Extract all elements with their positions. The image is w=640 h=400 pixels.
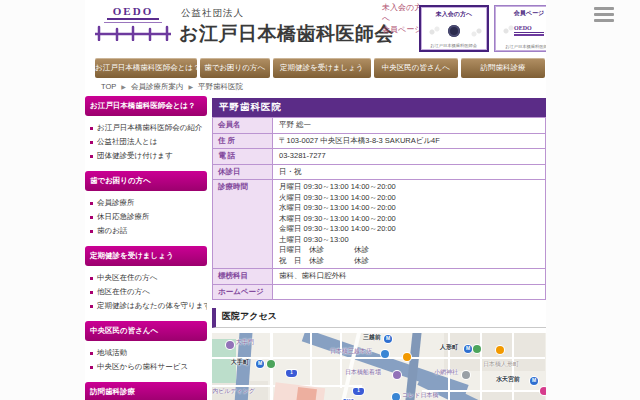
sidebar-group-header[interactable]: 訪問歯科診療 — [85, 382, 207, 400]
sidebar-item[interactable]: 休日応急診療所 — [87, 210, 207, 224]
table-row: 休診日 日・祝 — [213, 164, 546, 180]
map-pink-icon — [540, 387, 546, 395]
value-line: 水曜日 09:30～13:00 14:00～20:00 — [279, 203, 539, 214]
member-banner-title: 会員ページ — [514, 9, 544, 18]
value-line: 金曜日 09:30～13:00 14:00～20:00 — [279, 224, 539, 235]
sidebar-group-list: 会員診療所休日応急診療所歯のお話 — [87, 196, 207, 238]
map-shop-icon — [381, 350, 389, 358]
breadcrumb-item[interactable]: 平野歯科医院 — [198, 82, 243, 91]
map-shopo-icon — [403, 353, 411, 361]
sidebar-item[interactable]: 歯のお話 — [87, 224, 207, 238]
row-label: 会員名 — [213, 118, 273, 134]
map-label: コレド日本橋 — [402, 392, 438, 399]
site-header: OEDO 公益社団法人 お江戸日本橋歯科医師会 未入会の方へ 会員ページ 未入会… — [85, 0, 546, 57]
table-row: 電 話 03-3281-7277 — [213, 149, 546, 165]
sidebar-item[interactable]: 地域活動 — [87, 346, 207, 360]
guest-banner-title: 未入会の方へ — [436, 10, 472, 19]
sidebar-group-header[interactable]: お江戸日本橋歯科医師会とは？ — [85, 96, 207, 116]
sidebar-item[interactable]: 中央区在住の方へ — [87, 271, 207, 285]
value-line: 日曜日 休診 休診 — [279, 245, 539, 256]
row-label: 休診日 — [213, 164, 273, 180]
sidebar-group: 中央区民の皆さんへ 地域活動中央区からの歯科サービス — [85, 321, 207, 374]
value-line: 歯科、歯科口腔外科 — [279, 271, 539, 282]
clinic-table: 会員名 平野 総一 住 所 〒103-0027 中央区日本橋3-8-3 SAKU… — [212, 117, 546, 300]
breadcrumb: TOP▶会員診療所案内▶平野歯科医院 — [85, 78, 546, 95]
page-title: 平野歯科医院 — [212, 98, 546, 117]
value-line: 日・祝 — [279, 167, 539, 178]
sidebar-group: 訪問歯科診療 訪問歯科診療を受けるには — [85, 382, 207, 400]
sidebar-group-list: お江戸日本橋歯科医師会の紹介公益社団法人とは団体健診受け付けます — [87, 121, 207, 163]
hamburger-menu-icon[interactable] — [594, 7, 614, 25]
sidebar-group-list: 地域活動中央区からの歯科サービス — [87, 346, 207, 374]
table-row: 診療時間 月曜日 09:30～13:00 14:00～20:00火曜日 09:3… — [213, 180, 546, 269]
map-shield1-icon: 1 — [353, 388, 364, 395]
sidebar-group-header[interactable]: 中央区民の皆さんへ — [85, 321, 207, 341]
value-line: 土曜日 09:30～13:00 — [279, 235, 539, 246]
table-row: 住 所 〒103-0027 中央区日本橋3-8-3 SAKURAビル4F — [213, 133, 546, 149]
nav-button[interactable]: 定期健診を受けましょう — [273, 58, 371, 78]
value-line: 〒103-0027 中央区日本橋3-8-3 SAKURAビル4F — [279, 136, 539, 147]
value-line: 火曜日 09:30～13:00 14:00～20:00 — [279, 193, 539, 204]
sidebar-item[interactable]: 団体健診受け付けます — [87, 149, 207, 163]
map-label: 大手門 — [236, 339, 254, 346]
sidebar-item[interactable]: 他区在住の方へ — [87, 285, 207, 299]
nav-button[interactable]: 訪問歯科診療 — [461, 58, 545, 78]
map-metro-icon: M — [464, 345, 472, 353]
guest-banner-caption: お江戸日本橋歯科医師会 — [431, 42, 478, 47]
guest-banner[interactable]: 未入会の方へ お江戸日本橋歯科医師会 — [419, 5, 489, 52]
oedo-logo-text: OEDO — [107, 5, 159, 20]
map[interactable]: 大手門大手町三越前日本橋三越本店日本橋船着場コレド日本橋日本橋人形町日本橋人形町… — [212, 333, 546, 400]
breadcrumb-separator: ▶ — [188, 84, 193, 90]
nav-button[interactable]: 中央区民の皆さんへ — [374, 58, 458, 78]
map-label: 丸の内ビルディング — [212, 388, 255, 395]
sidebar-item[interactable]: お江戸日本橋歯科医師会の紹介 — [87, 121, 207, 135]
map-shopo-icon — [496, 346, 504, 354]
content-columns: お江戸日本橋歯科医師会とは？ お江戸日本橋歯科医師会の紹介公益社団法人とは団体健… — [85, 95, 546, 400]
value-line: 木曜日 09:30～13:00 14:00～20:00 — [279, 214, 539, 225]
value-line: 平野 総一 — [279, 120, 539, 131]
sidebar-item[interactable]: 公益社団法人とは — [87, 135, 207, 149]
table-row: 標榜科目 歯科、歯科口腔外科 — [213, 269, 546, 285]
bridge-icon — [93, 25, 173, 41]
sidebar-item[interactable]: 定期健診はあなたの体を守ります — [87, 299, 207, 313]
page: OEDO 公益社団法人 お江戸日本橋歯科医師会 未入会の方へ 会員ページ 未入会… — [85, 0, 546, 400]
row-value: 〒103-0027 中央区日本橋3-8-3 SAKURAビル4F — [273, 133, 546, 149]
map-metro-icon: M — [384, 335, 392, 343]
map-metro-icon: M — [530, 377, 538, 385]
table-row: ホームページ — [213, 284, 546, 299]
row-value: 歯科、歯科口腔外科 — [273, 269, 546, 285]
member-link[interactable]: 会員ページ — [382, 25, 424, 36]
guest-link[interactable]: 未入会の方へ — [382, 3, 424, 25]
member-banner[interactable]: 会員ページ OEDO お江戸日本橋歯科医師会 — [494, 5, 546, 52]
nav-button[interactable]: お江戸日本橋歯科医師会とは？ — [95, 58, 197, 78]
breadcrumb-item[interactable]: TOP — [101, 82, 116, 91]
seal-icon — [448, 25, 460, 37]
row-label: 電 話 — [213, 149, 273, 165]
guest-banner-inner: 未入会の方へ お江戸日本橋歯科医師会 — [421, 7, 487, 50]
table-row: 会員名 平野 総一 — [213, 118, 546, 134]
row-label: 診療時間 — [213, 180, 273, 269]
breadcrumb-separator: ▶ — [121, 84, 126, 90]
row-value: 日・祝 — [273, 164, 546, 180]
map-shop-icon — [392, 393, 400, 400]
value-line: 月曜日 09:30～13:00 14:00～20:00 — [279, 182, 539, 193]
sidebar-item[interactable]: 会員診療所 — [87, 196, 207, 210]
row-value — [273, 284, 546, 299]
main-content: 平野歯科医院 会員名 平野 総一 住 所 〒103-0027 中央区日本橋3-8… — [212, 95, 546, 400]
map-label: 日本橋三越本店 — [330, 348, 372, 355]
map-gray-icon — [462, 371, 470, 379]
row-value: 平野 総一 — [273, 118, 546, 134]
breadcrumb-item[interactable]: 会員診療所案内 — [131, 82, 184, 91]
site-title[interactable]: お江戸日本橋歯科医師会 — [179, 21, 394, 47]
sidebar-group-header[interactable]: 歯でお困りの方へ — [85, 171, 207, 191]
oedo-logo[interactable]: OEDO — [91, 5, 175, 45]
sidebar-group: 定期健診を受けましょう 中央区在住の方へ他区在住の方へ定期健診はあなたの体を守り… — [85, 246, 207, 313]
map-metro-icon: M — [256, 360, 264, 368]
map-shield1-icon: 1 — [286, 370, 297, 377]
map-poi-icon — [226, 341, 234, 349]
sidebar-group: 歯でお困りの方へ 会員診療所休日応急診療所歯のお話 — [85, 171, 207, 238]
sidebar-group-header[interactable]: 定期健診を受けましょう — [85, 246, 207, 266]
nav-button[interactable]: 歯でお困りの方へ — [200, 58, 270, 78]
value-line: 03-3281-7277 — [279, 151, 539, 162]
sidebar-item[interactable]: 中央区からの歯科サービス — [87, 360, 207, 374]
